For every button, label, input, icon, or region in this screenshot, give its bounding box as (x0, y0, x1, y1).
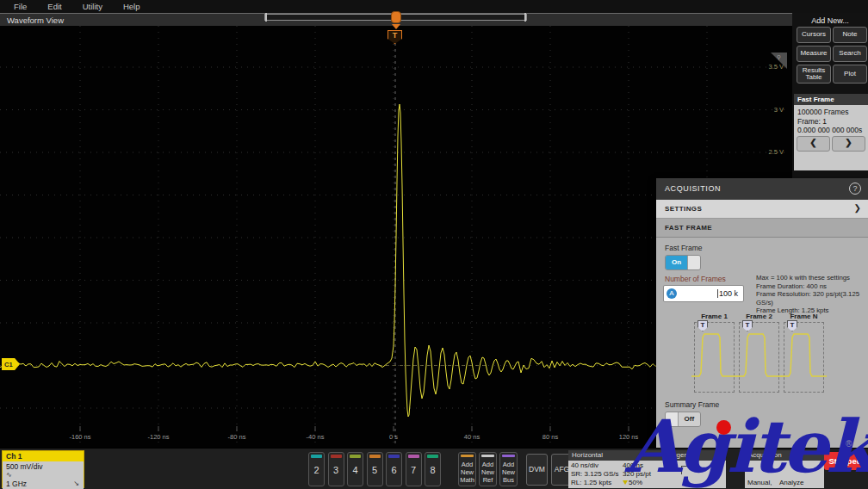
time-tick-label: -40 ns (307, 433, 325, 441)
add-new-note-button[interactable]: Note (833, 27, 867, 43)
oscilloscope-app: File Edit Utility Help Waveform View -16… (0, 0, 868, 489)
acquisition-badge[interactable]: Acquisition Manual, Analyze Sample: 12 b… (745, 450, 824, 488)
dvm-button[interactable]: DVM (526, 454, 548, 486)
add-source-label: AddNewBus (500, 461, 517, 484)
add-new-search-button[interactable]: Search (833, 46, 867, 62)
fast-frame-row-label: FAST FRAME (665, 224, 712, 232)
channel7-button[interactable]: 7 (406, 452, 422, 486)
sample-resolution: 320 ps/pt (623, 470, 651, 479)
add-new-bus-button[interactable]: AddNewBus (499, 452, 518, 486)
frame-diagram-box: T (694, 322, 735, 393)
sample-rate: SR: 3.125 GS/s (571, 470, 623, 479)
channel-color-stripe (331, 455, 342, 458)
channel2-button[interactable]: 2 (308, 452, 325, 486)
add-new-ref-button[interactable]: AddNewRef (479, 452, 497, 486)
acquisition-panel-header: ACQUISITION ? (656, 178, 868, 200)
add-new-title: Add New... (792, 16, 868, 25)
time-tick-label: 0 s (389, 433, 398, 441)
acquisition-mode: Manual, Analyze (747, 479, 822, 487)
fast-frame-info-text: Max = 100 k with these settingsFrame Dur… (756, 274, 868, 315)
probe-icon: ↘ (73, 480, 79, 487)
channel8-button[interactable]: 8 (425, 452, 441, 486)
fast-frame-label: Fast Frame (665, 244, 702, 252)
help-icon[interactable]: ? (849, 183, 861, 195)
channel1-badge-header: Ch 1 (3, 451, 84, 461)
channel-color-stripe (408, 455, 419, 458)
time-tick-label: -160 ns (69, 433, 90, 441)
channel1-scale: 500 mV/div (6, 462, 43, 471)
toggle-knob (687, 256, 700, 269)
frame-diagram-label: Frame 2 (739, 313, 779, 320)
menu-item-edit[interactable]: Edit (47, 2, 61, 11)
channel6-button[interactable]: 6 (386, 452, 402, 486)
channel-color-stripe (369, 455, 381, 458)
voltage-tick-label: 2.5 V (768, 148, 784, 156)
tab-waveform-view[interactable]: Waveform View (7, 15, 64, 25)
expansion-point-marker[interactable] (391, 11, 401, 23)
channel-number: 2 (309, 465, 324, 475)
chevron-right-icon: ❯ (854, 203, 861, 213)
add-source-label: AddNewMath (459, 461, 475, 484)
frame-previous-button[interactable]: ❮ (797, 136, 830, 152)
add-source-label: AddNewRef (480, 461, 496, 484)
channel-color-stripe (311, 455, 322, 458)
channel-number: 3 (329, 465, 344, 475)
run-stop-button[interactable]: Stopped (824, 452, 866, 470)
add-new-math-button[interactable]: AddNewMath (458, 452, 476, 486)
channel3-button[interactable]: 3 (328, 452, 344, 486)
source-color-stripe (502, 455, 515, 457)
channel5-button[interactable]: 5 (367, 452, 383, 486)
channel1-badge[interactable]: Ch 1 500 mV/div ∿ 1 GHz ↘ (2, 450, 84, 488)
menu-item-utility[interactable]: Utility (83, 2, 102, 11)
time-tick-label: -120 ns (147, 433, 169, 441)
bottom-bar: Ch 1 500 mV/div ∿ 1 GHz ↘ 2345678 AddNew… (0, 448, 868, 489)
settings-row-label: SETTINGS (665, 205, 702, 213)
time-tick-label: 120 ns (619, 433, 639, 441)
add-new-measure-button[interactable]: Measure (797, 46, 831, 62)
channel-number: 4 (348, 465, 363, 475)
trigger-badge-header: Trigger (661, 450, 726, 461)
frame-diagram-box: T (784, 322, 824, 393)
fast-frame-toggle[interactable]: On (665, 255, 701, 270)
toggle-knob (666, 412, 679, 426)
channel4-button[interactable]: 4 (347, 452, 363, 486)
number-of-frames-label: Number of Frames (665, 275, 726, 283)
trigger-badge[interactable]: Trigger C1 (661, 450, 726, 488)
channel1-bandwidth: 1 GHz (6, 480, 27, 488)
horizontal-duration: 400 ns (623, 461, 643, 470)
frame-diagram-box: T (739, 322, 779, 393)
zoom-corner-handle[interactable]: ⚲ (771, 53, 787, 69)
frame-diagram-label: Frame N (784, 313, 824, 320)
add-new-plot-button[interactable]: Plot (833, 65, 867, 84)
toggle-on-label: On (666, 256, 687, 269)
add-new-cursors-button[interactable]: Cursors (797, 27, 831, 43)
number-of-frames-input[interactable]: A 100 k (663, 285, 744, 302)
add-new-results-table-button[interactable]: Results Table (797, 65, 831, 84)
fast-frame-info-line: Frame Duration: 400 ns (756, 282, 868, 291)
channel-number: 6 (387, 465, 401, 475)
frame-next-button[interactable]: ❯ (832, 136, 865, 152)
settings-section-row[interactable]: SETTINGS ❯ (656, 200, 868, 219)
magnifier-icon: ⚲ (777, 54, 781, 61)
trigger-position-arrow-icon (392, 24, 400, 29)
time-tick-label: 80 ns (542, 433, 558, 441)
fast-frame-info-line: Frame Resolution: 320 ps/pt(3.125 GS/s) (756, 290, 868, 306)
auto-badge-icon: A (666, 288, 677, 299)
rising-edge-icon (681, 466, 691, 474)
trigger-source-chip: C1 (665, 464, 678, 472)
toggle-off-label: Off (679, 412, 700, 426)
summary-frame-label: Summary Frame (665, 400, 719, 409)
menu-item-file[interactable]: File (14, 2, 27, 11)
fast-frame-section-row[interactable]: FAST FRAME (656, 219, 868, 238)
position-marker-icon (623, 480, 628, 485)
horizontal-position: 50% (629, 479, 642, 486)
fast-frame-status-line: 0.000 000 000 000s (797, 126, 868, 135)
summary-frame-toggle[interactable]: Off (665, 412, 701, 427)
fast-frame-badge-header: Fast Frame (794, 94, 868, 105)
channel-number: 5 (368, 465, 382, 475)
source-color-stripe (481, 455, 494, 457)
menu-item-help[interactable]: Help (123, 2, 140, 11)
channel-color-stripe (388, 455, 400, 458)
frame-diagram-label: Frame 1 (694, 313, 735, 320)
horizontal-badge[interactable]: Horizontal 40 ns/div400 ns SR: 3.125 GS/… (568, 450, 661, 488)
